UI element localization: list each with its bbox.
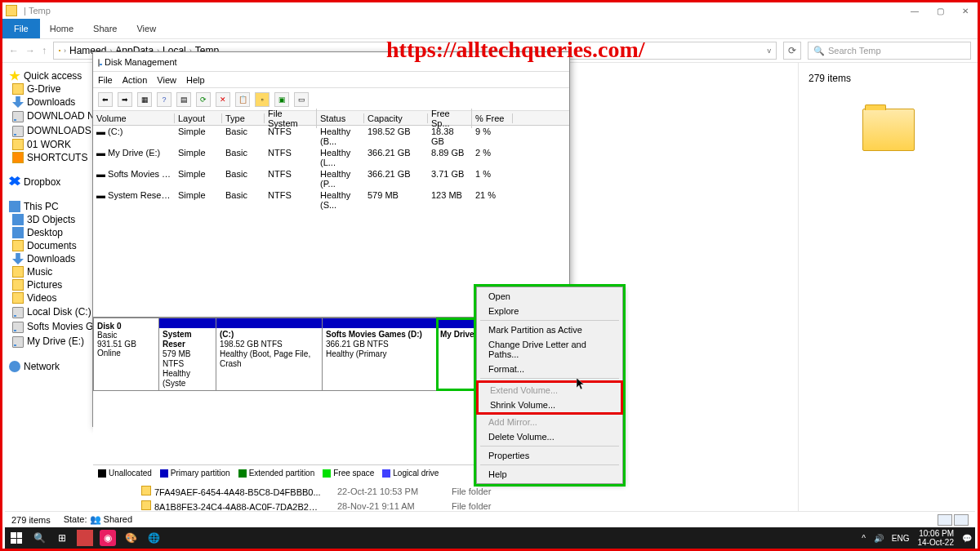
tray-clock[interactable]: 10:06 PM14-Oct-22 [918,529,954,547]
cursor-icon [577,378,586,391]
home-tab[interactable]: Home [40,19,83,38]
file-row[interactable]: 7FA49AEF-6454-4A48-B5C8-D4FBBB0...22-Oct… [141,484,795,499]
folder-icon [12,139,24,150]
ctx-shrink-volume[interactable]: Shrink Volume... [479,398,621,412]
legend-item: Extended partition [238,469,315,478]
search-input[interactable]: 🔍 Search Temp [808,42,971,60]
ctx-delete-volume[interactable]: Delete Volume... [477,429,622,444]
taskbar-app[interactable] [77,530,93,546]
col-free[interactable]: Free Sp... [428,109,472,128]
folder-icon [6,5,17,16]
minimize-button[interactable]: — [902,3,927,18]
tool-icon[interactable]: ? [157,92,172,107]
drive-icon [12,111,24,122]
tray-sound-icon[interactable]: 🔊 [874,534,884,543]
star-icon [9,70,20,82]
preview-pane: 279 items [798,63,978,536]
ctx-change-letter[interactable]: Change Drive Letter and Paths... [477,337,622,362]
dm-menu-view[interactable]: View [157,75,176,85]
drive-icon [12,126,24,137]
tray-lang[interactable]: ENG [892,534,910,543]
download-icon [12,253,24,264]
tray-chevron-icon[interactable]: ^ [862,534,866,543]
dropbox-icon [9,176,20,188]
tray-notifications-icon[interactable]: 💬 [962,534,972,543]
up-button[interactable]: ↑ [42,45,47,56]
item-count: 279 items [808,73,968,84]
col-filesystem[interactable]: File System [265,109,317,128]
tool-icon[interactable]: ▫ [255,92,270,107]
context-menu: Open Explore Mark Partition as Active Ch… [476,287,623,484]
taskbar-app[interactable]: 🎨 [122,530,139,546]
forward-button[interactable]: → [25,45,35,56]
folder-icon [12,152,24,163]
music-icon [12,266,24,278]
download-icon [12,96,24,108]
ctx-properties[interactable]: Properties [477,448,622,463]
col-capacity[interactable]: Capacity [364,113,428,123]
tool-icon[interactable]: 📋 [235,92,250,107]
taskview-button[interactable]: ⊞ [54,530,70,546]
col-layout[interactable]: Layout [175,113,222,123]
tool-icon[interactable]: ▦ [137,92,152,107]
dm-menu-file[interactable]: File [98,75,113,85]
folder-preview-icon [862,109,915,151]
dm-menubar: File Action View Help [93,72,569,88]
search-placeholder: Search Temp [828,46,881,56]
volume-row[interactable]: ▬ Softs Movies Gam...SimpleBasicNTFSHeal… [93,168,569,189]
volume-row[interactable]: ▬ My Drive (E:)SimpleBasicNTFSHealthy (L… [93,147,569,168]
legend-item: Logical drive [382,469,439,478]
file-tab[interactable]: File [2,19,40,38]
refresh-button[interactable]: ⟳ [783,42,801,60]
back-button[interactable]: ← [9,45,19,56]
ctx-extend-volume[interactable]: Extend Volume... [479,383,621,398]
status-state: State: 👥 Shared [64,514,132,525]
search-icon: 🔍 [813,46,825,56]
ctx-add-mirror[interactable]: Add Mirror... [477,415,622,429]
status-items: 279 items [11,515,51,525]
tool-icon[interactable]: ▣ [274,92,289,107]
forward-icon[interactable]: ➡ [118,92,132,107]
dm-menu-help[interactable]: Help [186,75,205,85]
maximize-button[interactable]: ▢ [928,3,952,18]
partition-box[interactable]: Softs Movies Games (D:)366.21 GB NTFSHea… [323,318,437,390]
obj-icon [12,214,24,225]
partition-box[interactable]: (C:)198.52 GB NTFSHealthy (Boot, Page Fi… [216,318,323,390]
folder-icon [12,240,24,251]
col-volume[interactable]: Volume [93,113,175,123]
ctx-explore[interactable]: Explore [477,304,622,318]
disk-info[interactable]: Disk 0 Basic 931.51 GB Online [94,318,159,390]
back-icon[interactable]: ⬅ [98,92,113,107]
view-tab[interactable]: View [127,19,166,38]
volume-row[interactable]: ▬ System ReservedSimpleBasicNTFSHealthy … [93,189,569,211]
legend-item: Primary partition [160,469,230,478]
search-button[interactable]: 🔍 [31,530,47,546]
col-percent[interactable]: % Free [472,113,513,123]
window-title: Temp [29,6,51,16]
tool-icon[interactable]: ▭ [294,92,309,107]
start-button[interactable] [8,530,24,546]
partition-box[interactable]: System Reser579 MB NTFSHealthy (Syste [159,318,216,390]
close-button[interactable]: ✕ [953,3,978,18]
taskbar: 🔍 ⊞ ◉ 🎨 🌐 ^ 🔊 ENG 10:06 PM14-Oct-22 💬 [5,527,975,549]
col-type[interactable]: Type [222,113,265,123]
tool-icon[interactable]: ▤ [176,92,191,107]
drive-icon [12,336,24,348]
icons-view-button[interactable] [954,514,969,526]
ctx-format[interactable]: Format... [477,362,622,376]
delete-icon[interactable]: ✕ [216,92,230,107]
col-status[interactable]: Status [317,113,364,123]
share-tab[interactable]: Share [83,19,127,38]
ctx-mark-active[interactable]: Mark Partition as Active [477,322,622,337]
taskbar-app[interactable]: ◉ [100,530,116,546]
folder-icon [12,83,24,95]
volume-row[interactable]: ▬ (C:)SimpleBasicNTFSHealthy (B...198.52… [93,126,569,147]
refresh-icon[interactable]: ⟳ [196,92,211,107]
pictures-icon [12,279,24,291]
ctx-open[interactable]: Open [477,289,622,304]
legend-item: Free space [323,469,374,478]
dm-menu-action[interactable]: Action [122,75,148,85]
taskbar-app[interactable]: 🌐 [145,530,162,546]
details-view-button[interactable] [938,514,952,526]
ctx-help[interactable]: Help [477,467,622,482]
